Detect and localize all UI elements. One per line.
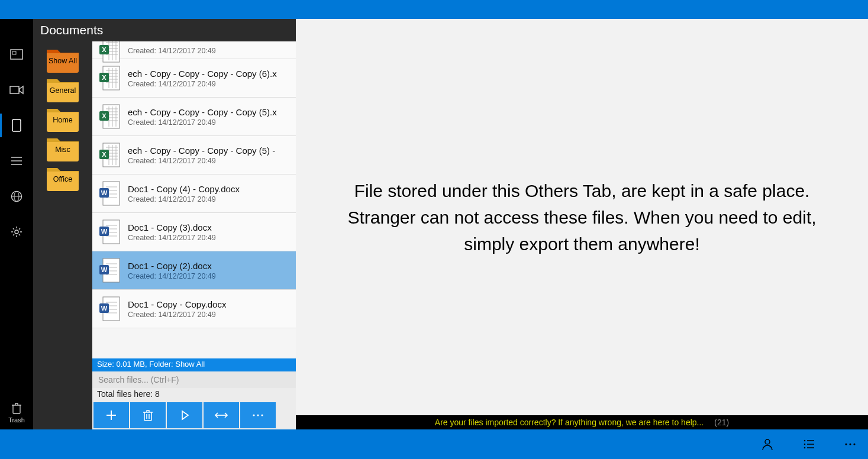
folder-label: Home bbox=[53, 116, 72, 124]
folder-label: Misc bbox=[55, 146, 70, 154]
file-created: Created: 14/12/2017 20:49 bbox=[128, 47, 216, 55]
folder-general[interactable]: General bbox=[43, 76, 83, 102]
file-name: ech - Copy - Copy - Copy - Copy (5) - bbox=[128, 146, 275, 156]
more-button[interactable] bbox=[240, 402, 276, 428]
svg-point-92 bbox=[804, 444, 806, 445]
help-text: Are your files imported correctly? If an… bbox=[435, 418, 704, 427]
file-created: Created: 14/12/2017 20:49 bbox=[128, 80, 277, 88]
svg-point-96 bbox=[845, 443, 847, 445]
file-row[interactable]: WDoc1 - Copy (3).docxCreated: 14/12/2017… bbox=[92, 213, 296, 251]
search-input[interactable] bbox=[92, 371, 296, 388]
svg-point-10 bbox=[15, 230, 18, 234]
file-created: Created: 14/12/2017 20:49 bbox=[128, 311, 226, 319]
rail-trash[interactable]: Trash bbox=[0, 402, 33, 429]
file-created: Created: 14/12/2017 20:49 bbox=[128, 157, 275, 165]
file-created: Created: 14/12/2017 20:49 bbox=[128, 234, 216, 242]
svg-point-94 bbox=[804, 447, 806, 449]
trash-icon bbox=[11, 402, 22, 414]
nav-rail: Trash bbox=[0, 19, 33, 429]
svg-text:X: X bbox=[102, 46, 107, 53]
info-message: File stored under this Others Tab, are k… bbox=[331, 177, 832, 257]
svg-rect-1 bbox=[12, 51, 16, 54]
file-name: ech - Copy - Copy - Copy - Copy (5).x bbox=[128, 107, 277, 117]
rail-settings-icon[interactable] bbox=[0, 214, 33, 250]
rail-list-icon[interactable] bbox=[0, 143, 33, 179]
svg-text:W: W bbox=[101, 266, 108, 273]
bottom-command-bar bbox=[0, 429, 868, 459]
file-name: ech - Copy - Copy - Copy - Copy (6).x bbox=[128, 69, 277, 79]
file-row[interactable]: WDoc1 - Copy - Copy.docxCreated: 14/12/2… bbox=[92, 290, 296, 328]
svg-point-98 bbox=[853, 443, 855, 445]
trash-label: Trash bbox=[8, 416, 25, 424]
file-row[interactable]: WDoc1 - Copy (2).docxCreated: 14/12/2017… bbox=[92, 251, 296, 290]
svg-point-97 bbox=[849, 443, 851, 445]
file-row[interactable]: XCreated: 14/12/2017 20:49 bbox=[92, 41, 296, 59]
sidebar: Documents Show AllGeneralHomeMiscOffice … bbox=[33, 19, 296, 429]
delete-button[interactable] bbox=[130, 402, 166, 428]
folder-label: Show All bbox=[49, 57, 77, 65]
file-name: Doc1 - Copy (3).docx bbox=[128, 222, 216, 232]
file-name: Doc1 - Copy (2).docx bbox=[128, 261, 216, 271]
add-button[interactable] bbox=[93, 402, 129, 428]
folder-show-all[interactable]: Show All bbox=[43, 46, 83, 72]
file-row[interactable]: Xech - Copy - Copy - Copy - Copy (6).xCr… bbox=[92, 59, 296, 98]
play-button[interactable] bbox=[167, 402, 202, 428]
svg-point-89 bbox=[765, 439, 770, 444]
rail-web-icon[interactable] bbox=[0, 179, 33, 214]
svg-text:X: X bbox=[102, 74, 107, 81]
svg-text:X: X bbox=[102, 151, 107, 158]
svg-text:W: W bbox=[101, 189, 108, 196]
svg-text:W: W bbox=[101, 305, 108, 312]
file-row[interactable]: WDoc1 - Copy (4) - Copy.docxCreated: 14/… bbox=[92, 174, 296, 213]
folder-column: Show AllGeneralHomeMiscOffice bbox=[33, 41, 92, 429]
svg-text:X: X bbox=[102, 112, 107, 119]
page-title: Documents bbox=[33, 19, 296, 41]
main-panel: File stored under this Others Tab, are k… bbox=[296, 19, 868, 429]
svg-point-90 bbox=[804, 440, 806, 442]
folder-label: General bbox=[50, 86, 76, 95]
file-row[interactable]: Xech - Copy - Copy - Copy - Copy (5).xCr… bbox=[92, 98, 296, 136]
svg-point-86 bbox=[253, 414, 254, 416]
svg-rect-2 bbox=[10, 86, 19, 93]
rail-pictures-icon[interactable] bbox=[0, 37, 33, 72]
folder-misc[interactable]: Misc bbox=[43, 135, 83, 161]
window-titlebar bbox=[0, 0, 868, 19]
folder-label: Office bbox=[53, 175, 72, 183]
file-created: Created: 14/12/2017 20:49 bbox=[128, 272, 216, 280]
file-list[interactable]: XCreated: 14/12/2017 20:49Xech - Copy - … bbox=[92, 41, 296, 358]
svg-rect-3 bbox=[12, 119, 21, 131]
svg-point-88 bbox=[261, 414, 263, 416]
bottom-list-icon[interactable] bbox=[797, 432, 821, 456]
account-icon[interactable] bbox=[756, 432, 779, 456]
move-button[interactable] bbox=[204, 402, 239, 428]
status-size: Size: 0.01 MB, Folder: Show All bbox=[92, 358, 296, 371]
rail-videos-icon[interactable] bbox=[0, 72, 33, 108]
action-toolbar bbox=[92, 402, 296, 429]
total-count: Total files here: 8 bbox=[92, 388, 296, 402]
folder-office[interactable]: Office bbox=[43, 164, 83, 190]
file-created: Created: 14/12/2017 20:49 bbox=[128, 118, 277, 127]
file-created: Created: 14/12/2017 20:49 bbox=[128, 195, 240, 203]
svg-text:W: W bbox=[101, 228, 108, 235]
svg-point-87 bbox=[257, 414, 259, 416]
help-strip[interactable]: Are your files imported correctly? If an… bbox=[296, 415, 868, 429]
rail-documents-icon[interactable] bbox=[0, 108, 33, 143]
file-column: XCreated: 14/12/2017 20:49Xech - Copy - … bbox=[92, 41, 296, 429]
bottom-more-icon[interactable] bbox=[838, 432, 862, 456]
folder-home[interactable]: Home bbox=[43, 105, 83, 131]
help-count: (21) bbox=[714, 418, 729, 427]
file-row[interactable]: Xech - Copy - Copy - Copy - Copy (5) -Cr… bbox=[92, 136, 296, 174]
file-name: Doc1 - Copy (4) - Copy.docx bbox=[128, 184, 240, 194]
file-name: Doc1 - Copy - Copy.docx bbox=[128, 299, 226, 309]
